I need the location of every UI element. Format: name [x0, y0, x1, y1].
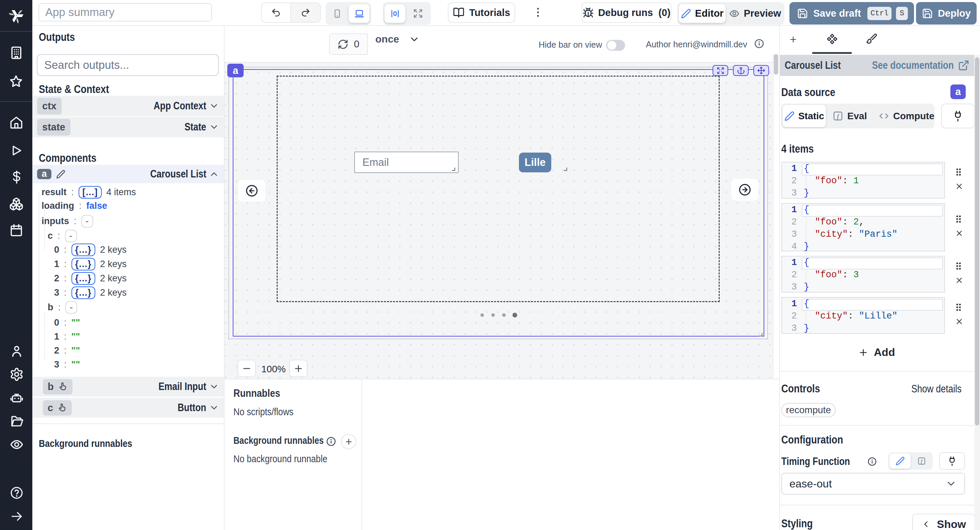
- svg-text:f: f: [921, 459, 923, 464]
- svg-text:f: f: [837, 113, 840, 120]
